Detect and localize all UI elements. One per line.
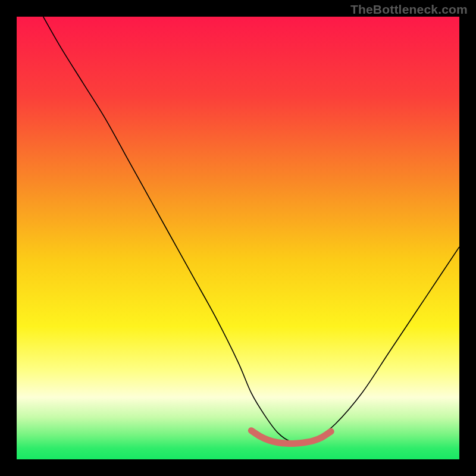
watermark-text: TheBottleneck.com (350, 2, 468, 17)
plot-area (17, 17, 459, 459)
chart-frame: TheBottleneck.com (0, 0, 476, 476)
bottleneck-chart (17, 17, 459, 459)
